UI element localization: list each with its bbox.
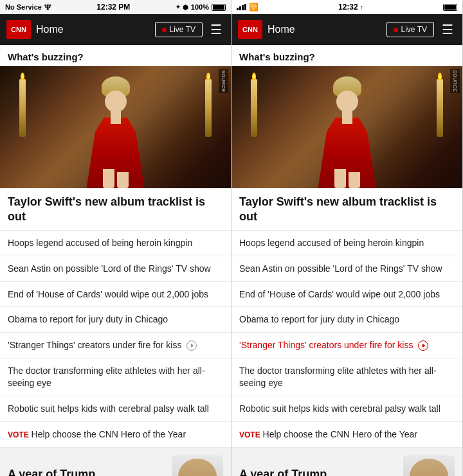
buzzing-header-1: What's buzzing? [0, 45, 231, 66]
main-headline-2[interactable]: Taylor Swift's new album tracklist is ou… [232, 188, 462, 231]
buzzing-header-2: What's buzzing? [232, 45, 462, 66]
status-bar-time-2: 12:32 ↑ [338, 3, 363, 12]
news-item-2-4[interactable]: 'Stranger Things' creators under fire fo… [232, 333, 462, 358]
figure-leg-right [117, 172, 129, 188]
hero-image-inner-1: SOURCE [0, 66, 231, 188]
live-dot-1 [162, 28, 167, 32]
news-item-2-5[interactable]: The doctor transforming elite athletes w… [232, 358, 462, 396]
signal-bar-3 [242, 5, 244, 10]
trump-section-1[interactable]: A year of Trump [0, 448, 231, 476]
news-item-1-5[interactable]: The doctor transforming elite athletes w… [0, 358, 231, 396]
news-text-1-7: Help choose the CNN Hero of the Year [32, 429, 186, 439]
location-icon-status-2: ↑ [360, 4, 363, 11]
battery-icon-2 [443, 4, 457, 11]
candle-flame-left-2 [252, 73, 256, 80]
news-item-1-6[interactable]: Robotic suit helps kids with cerebral pa… [0, 396, 231, 422]
phone-panel-2: 🛜 12:32 ↑ CNN Home Live TV ☰ What's buzz… [232, 0, 463, 476]
play-icon-1-4[interactable] [186, 340, 197, 351]
no-service-text: No Service [5, 3, 42, 11]
news-text-2-6: Robotic suit helps kids with cerebral pa… [239, 403, 440, 414]
trump-section-title-2: A year of Trump [239, 468, 397, 476]
news-item-2-6[interactable]: Robotic suit helps kids with cerebral pa… [232, 396, 462, 422]
hero-image-1[interactable]: SOURCE [0, 66, 231, 188]
location-icon-1: ⌖ [176, 3, 180, 11]
live-tv-label-1: Live TV [170, 25, 195, 34]
battery-fill-2 [444, 5, 456, 10]
news-item-2-3[interactable]: Obama to report for jury duty in Chicago [232, 307, 462, 333]
home-label-1[interactable]: Home [36, 24, 150, 35]
news-text-2-4: 'Stranger Things' creators under fire fo… [239, 340, 413, 350]
hamburger-icon-2[interactable]: ☰ [439, 22, 456, 37]
trump-section-2[interactable]: A year of Trump [232, 448, 462, 476]
main-headline-1[interactable]: Taylor Swift's new album tracklist is ou… [0, 188, 231, 231]
news-text-1-0: Hoops legend accused of being heroin kin… [8, 238, 192, 248]
figure-neck-2 [342, 111, 352, 124]
battery-icon-1 [212, 4, 226, 11]
candle-flame-left [21, 73, 24, 80]
content-area-2: What's buzzing? SOURCE Taylor S [232, 45, 462, 476]
news-item-1-4[interactable]: 'Stranger Things' creators under fire fo… [0, 333, 231, 358]
news-text-1-6: Robotic suit helps kids with cerebral pa… [8, 403, 209, 414]
figure-head-2 [336, 91, 358, 112]
status-bar-left-2: 🛜 [237, 3, 259, 12]
news-text-2-0: Hoops legend accused of being heroin kin… [239, 238, 424, 248]
cnn-logo-1[interactable]: CNN [6, 20, 31, 39]
status-bar-left-1: No Service 𝚿 [5, 3, 51, 12]
home-label-2[interactable]: Home [268, 24, 381, 35]
play-icon-2-4[interactable]: [data-name="play-icon-2-4"]::after { bor… [418, 340, 428, 351]
status-bar-right-1: ⌖ ⬢ 100% [176, 3, 226, 11]
cnn-logo-2[interactable]: CNN [238, 20, 262, 39]
trump-image-1 [172, 455, 223, 476]
phone-panel-1: No Service 𝚿 12:32 PM ⌖ ⬢ 100% CNN Home … [0, 0, 232, 476]
news-item-1-2[interactable]: End of 'House of Cards' would wipe out 2… [0, 282, 231, 308]
wifi-icon-2: 🛜 [249, 3, 259, 12]
news-item-1-0[interactable]: Hoops legend accused of being heroin kin… [0, 231, 231, 256]
candle-right-2 [437, 79, 443, 137]
candle-flame-right [206, 73, 210, 80]
news-item-2-7[interactable]: VOTE Help choose the CNN Hero of the Yea… [232, 422, 462, 448]
trump-head-silhouette-2 [410, 459, 448, 476]
figure-head [105, 91, 127, 112]
news-item-2-1[interactable]: Sean Astin on possible 'Lord of the Ring… [232, 256, 462, 282]
news-text-2-2: End of 'House of Cards' would wipe out 2… [239, 289, 440, 299]
news-text-2-7: Help choose the CNN Hero of the Year [263, 429, 417, 439]
wifi-icon-1: 𝚿 [44, 3, 51, 12]
hero-image-inner-2: SOURCE [232, 66, 462, 188]
hero-image-2[interactable]: SOURCE [232, 66, 462, 188]
live-dot-2 [394, 28, 398, 32]
news-text-1-3: Obama to report for jury duty in Chicago [8, 314, 168, 324]
signal-bar-4 [244, 4, 246, 10]
live-tv-button-2[interactable]: Live TV [386, 22, 434, 37]
signal-bar-1 [237, 8, 239, 10]
status-bar-2: 🛜 12:32 ↑ [232, 0, 462, 14]
news-item-1-7[interactable]: VOTE Help choose the CNN Hero of the Yea… [0, 422, 231, 448]
time-text-2: 12:32 [338, 3, 358, 12]
cnn-header-2: CNN Home Live TV ☰ [232, 14, 462, 45]
status-bar-1: No Service 𝚿 12:32 PM ⌖ ⬢ 100% [0, 0, 231, 14]
news-text-2-5: The doctor transforming elite athletes w… [239, 366, 437, 388]
battery-fill-1 [213, 5, 224, 10]
news-text-1-5: The doctor transforming elite athletes w… [8, 366, 205, 388]
candle-flame-right-2 [438, 73, 442, 80]
cnn-header-1: CNN Home Live TV ☰ [0, 14, 231, 45]
news-item-1-1[interactable]: Sean Astin on possible 'Lord of the Ring… [0, 256, 231, 282]
bluetooth-icon-1: ⬢ [183, 4, 188, 11]
trump-head-silhouette [178, 459, 217, 476]
news-list-1: Hoops legend accused of being heroin kin… [0, 231, 231, 448]
news-item-2-0[interactable]: Hoops legend accused of being heroin kin… [232, 231, 462, 256]
battery-percent-1: 100% [191, 3, 209, 11]
live-tv-button-1[interactable]: Live TV [155, 22, 203, 37]
news-text-2-1: Sean Astin on possible 'Lord of the Ring… [239, 263, 442, 274]
vote-badge-2: VOTE [239, 430, 260, 439]
hamburger-icon-1[interactable]: ☰ [208, 22, 224, 37]
source-tag-2: SOURCE [450, 69, 460, 93]
figure-neck [111, 111, 121, 124]
signal-bar-2 [239, 6, 241, 10]
news-text-1-1: Sean Astin on possible 'Lord of the Ring… [8, 263, 211, 274]
news-item-2-2[interactable]: End of 'House of Cards' would wipe out 2… [232, 282, 462, 308]
figure-leg-left [103, 169, 114, 188]
news-item-1-3[interactable]: Obama to report for jury duty in Chicago [0, 307, 231, 333]
content-area-1: What's buzzing? [0, 45, 231, 476]
news-text-1-4: 'Stranger Things' creators under fire fo… [8, 340, 181, 350]
candle-left [19, 79, 26, 137]
